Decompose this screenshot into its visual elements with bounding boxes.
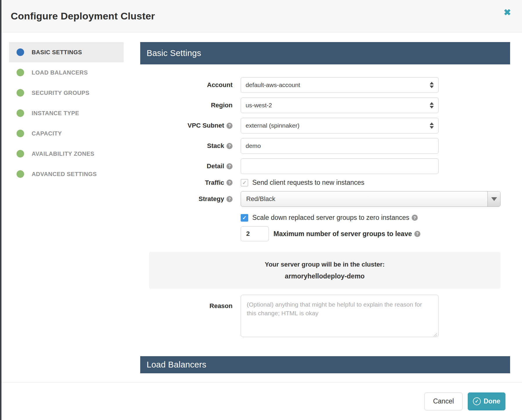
strategy-label: Strategy xyxy=(199,195,224,203)
strategy-select[interactable]: Red/Black xyxy=(241,191,501,207)
help-icon[interactable]: ? xyxy=(226,143,233,149)
done-button-label: Done xyxy=(484,397,501,405)
cluster-info-box: Your server group will be in the cluster… xyxy=(149,252,501,289)
sidebar-item-label: INSTANCE TYPE xyxy=(32,110,79,117)
traffic-checkbox[interactable]: ✓ xyxy=(241,179,248,187)
sidebar-item-capacity[interactable]: CAPACITY xyxy=(9,123,124,144)
traffic-label: Traffic xyxy=(205,179,224,187)
sidebar-item-label: LOAD BALANCERS xyxy=(32,69,88,76)
select-spinner-arrows-icon xyxy=(430,102,434,108)
sidebar-item-security-groups[interactable]: SECURITY GROUPS xyxy=(9,83,124,103)
sidebar-item-label: SECURITY GROUPS xyxy=(32,90,89,96)
active-step-dot-icon xyxy=(17,48,24,56)
step-dot-icon xyxy=(17,170,24,178)
help-icon[interactable]: ? xyxy=(226,123,233,129)
traffic-checkbox-label: Send client requests to new instances xyxy=(252,179,364,187)
chevron-down-icon xyxy=(491,197,497,201)
detail-label: Detail xyxy=(207,162,224,170)
detail-row: Detail ? xyxy=(140,158,510,174)
resize-handle-icon[interactable] xyxy=(433,333,437,336)
account-select-value: default-aws-account xyxy=(246,82,300,88)
check-circle-icon: ✓ xyxy=(473,397,481,405)
region-select[interactable]: us-west-2 xyxy=(241,97,439,113)
modal-body: BASIC SETTINGS LOAD BALANCERS SECURITY G… xyxy=(1,32,522,382)
basic-settings-section-header: Basic Settings xyxy=(140,42,510,64)
step-dot-icon xyxy=(17,69,24,76)
configure-deployment-cluster-modal: Configure Deployment Cluster ✖ BASIC SET… xyxy=(1,0,522,420)
strategy-select-value: Red/Black xyxy=(241,195,487,203)
step-dot-icon xyxy=(17,150,24,158)
sidebar-item-label: AVAILABILITY ZONES xyxy=(32,151,94,157)
sidebar-item-label: CAPACITY xyxy=(32,130,62,137)
modal-header: Configure Deployment Cluster ✖ xyxy=(1,0,522,32)
help-icon[interactable]: ? xyxy=(412,215,418,221)
region-row: Region us-west-2 xyxy=(140,97,510,113)
max-server-groups-label: Maximum number of server groups to leave xyxy=(273,230,412,238)
cluster-info-text: Your server group will be in the cluster… xyxy=(265,261,385,268)
sidebar-item-advanced-settings[interactable]: ADVANCED SETTINGS xyxy=(9,164,124,184)
traffic-row: Traffic ? ✓ Send client requests to new … xyxy=(140,179,510,187)
sidebar-item-instance-type[interactable]: INSTANCE TYPE xyxy=(9,103,124,123)
modal-title: Configure Deployment Cluster xyxy=(11,10,155,22)
vpc-subnet-select-value: external (spinnaker) xyxy=(246,122,300,129)
cluster-name: armoryhellodeploy-demo xyxy=(285,272,365,280)
stack-label: Stack xyxy=(207,142,224,150)
main-panel: Basic Settings Account default-aws-accou… xyxy=(140,42,510,382)
stack-input[interactable] xyxy=(241,138,439,154)
sidebar-item-label: BASIC SETTINGS xyxy=(32,49,82,56)
max-server-groups-row: Maximum number of server groups to leave… xyxy=(241,226,510,241)
step-dot-icon xyxy=(17,109,24,117)
reason-textarea[interactable] xyxy=(241,295,439,337)
done-button[interactable]: ✓ Done xyxy=(468,392,505,410)
load-balancers-section-header: Load Balancers xyxy=(140,356,510,373)
help-icon[interactable]: ? xyxy=(226,163,233,169)
strategy-row: Strategy ? Red/Black xyxy=(140,191,510,207)
sidebar-item-availability-zones[interactable]: AVAILABILITY ZONES xyxy=(9,144,124,164)
select-spinner-arrows-icon xyxy=(430,82,434,88)
sidebar-item-label: ADVANCED SETTINGS xyxy=(32,171,97,178)
step-dot-icon xyxy=(17,89,24,97)
cancel-button[interactable]: Cancel xyxy=(424,392,462,410)
basic-settings-form: Account default-aws-account Region xyxy=(140,77,510,338)
account-select[interactable]: default-aws-account xyxy=(241,77,439,93)
help-icon[interactable]: ? xyxy=(226,196,233,202)
region-select-value: us-west-2 xyxy=(246,102,272,109)
reason-label: Reason xyxy=(210,302,233,310)
vpc-subnet-select[interactable]: external (spinnaker) xyxy=(241,118,439,133)
region-label: Region xyxy=(211,102,233,109)
scale-down-checkbox-label: Scale down replaced server groups to zer… xyxy=(252,214,409,222)
account-label: Account xyxy=(207,81,233,89)
page: Configure Deployment Cluster ✖ BASIC SET… xyxy=(0,0,522,420)
scale-down-checkbox[interactable]: ✓ xyxy=(241,214,248,222)
vpc-subnet-row: VPC Subnet ? external (spinnaker) xyxy=(140,118,510,133)
vpc-subnet-label: VPC Subnet xyxy=(188,122,224,129)
reason-row: Reason xyxy=(140,295,510,338)
sidebar-item-basic-settings[interactable]: BASIC SETTINGS xyxy=(9,42,124,62)
select-spinner-arrows-icon xyxy=(430,122,434,129)
step-dot-icon xyxy=(17,130,24,137)
scale-down-row: ✓ Scale down replaced server groups to z… xyxy=(241,214,510,222)
sidebar-item-load-balancers[interactable]: LOAD BALANCERS xyxy=(9,62,124,83)
max-server-groups-input[interactable] xyxy=(241,226,269,241)
section-nav-sidebar: BASIC SETTINGS LOAD BALANCERS SECURITY G… xyxy=(9,42,124,382)
account-row: Account default-aws-account xyxy=(140,77,510,93)
help-icon[interactable]: ? xyxy=(226,180,233,186)
help-icon[interactable]: ? xyxy=(414,231,420,237)
stack-row: Stack ? xyxy=(140,138,510,154)
detail-input[interactable] xyxy=(241,158,439,174)
modal-footer: Cancel ✓ Done xyxy=(1,382,522,420)
strategy-caret-button[interactable] xyxy=(487,191,500,207)
close-icon[interactable]: ✖ xyxy=(504,8,511,17)
